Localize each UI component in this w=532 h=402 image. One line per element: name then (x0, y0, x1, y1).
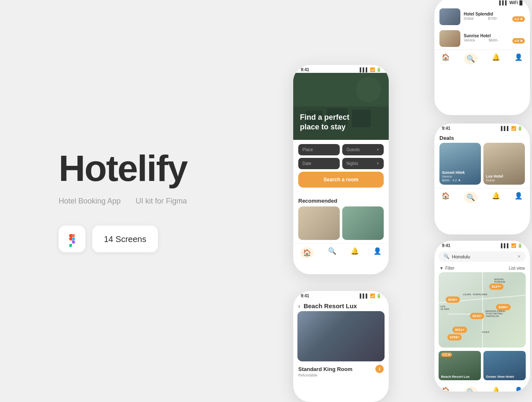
nav-home-main[interactable]: 🏠 (300, 247, 314, 258)
map-rating-1: 4.5 ★ (441, 353, 452, 357)
phone-detail: 9:41 ▌▌▌ 📶 🔋 ‹ Beach Resort Lux Standard… (293, 291, 389, 402)
detail-header: ‹ Beach Resort Lux (293, 299, 389, 311)
nav-search-main[interactable]: 🔍 (328, 247, 336, 258)
map-hotel-card-1[interactable]: 4.5 ★ Beach Resort Lux (439, 351, 481, 380)
listing-name-2: Sunrise Hotel (464, 34, 525, 38)
price-pin-6[interactable]: $705+ (447, 334, 462, 340)
left-section: Hotelify Hotel Booking App UI kit for Fi… (59, 150, 187, 253)
date-placeholder: Date (302, 161, 311, 166)
room-image (297, 311, 385, 361)
nav-home-deals[interactable]: 🏠 (442, 192, 450, 203)
time-detail: 9:41 (301, 294, 309, 298)
map-search-bar[interactable]: 🔍 Honolulu ✕ (439, 251, 526, 262)
listing-item-2[interactable]: Sunrise Hotel Venice $600- 4.0 ★ (434, 28, 530, 49)
room-detail-row: Standard King Room i (293, 361, 389, 373)
rating-badge-2: 4.0 ★ (512, 38, 525, 44)
status-icons-detail: ▌▌▌ 📶 🔋 (360, 294, 381, 298)
app-title: Hotelify (59, 150, 187, 187)
map-controls: ▼ Filter List view (434, 264, 530, 272)
map-road-3 (482, 272, 483, 348)
filter-label: Filter (445, 266, 455, 271)
back-button[interactable]: ‹ (298, 303, 300, 309)
search-row-2: Date Nights ▼ (298, 158, 384, 169)
place-placeholder: Place (302, 147, 313, 152)
app-subtitle: Hotel Booking App UI kit for Figma (59, 197, 187, 206)
map-label-nuuan: NUUANPUNCHB (494, 278, 505, 283)
figma-icon (65, 231, 79, 247)
nights-input[interactable]: Nights ▼ (342, 158, 384, 169)
place-input[interactable]: Place (298, 144, 340, 155)
status-bar-listings: ▌▌▌ WiFi █ (434, 0, 530, 6)
deals-section-title: Deals (434, 131, 530, 143)
nav-search-listings[interactable]: 🔍 (464, 53, 478, 64)
date-input[interactable]: Date (298, 158, 340, 169)
nav-home-map[interactable]: 🏠 (442, 387, 450, 392)
nav-bell-deals[interactable]: 🔔 (492, 192, 500, 203)
deal-card-2[interactable]: Lux Hotel Dubai (483, 143, 525, 185)
filter-button[interactable]: ▼ Filter (439, 266, 455, 271)
recommended-title: Recommended (293, 195, 389, 206)
map-hotel-cards: 4.5 ★ Beach Resort Lux Ocean View Hotel (434, 348, 530, 380)
figma-badge[interactable] (59, 226, 85, 253)
nav-user-listings[interactable]: 👤 (514, 53, 523, 64)
nav-home-listings[interactable]: 🏠 (442, 53, 450, 64)
rec-card-2[interactable] (342, 206, 384, 240)
nav-user-deals[interactable]: 👤 (514, 192, 523, 203)
price-pin-4[interactable]: $216+ (470, 313, 484, 319)
status-icons-map: ▌▌▌ 📶 🔋 (501, 243, 522, 248)
nav-user-main[interactable]: 👤 (373, 247, 382, 258)
refundable-label: Refundable (293, 373, 389, 377)
map-label-makiki: MAKIKI/LOWER/PUNCHBOWL/TANTALUS (486, 310, 505, 317)
filter-icon: ▼ (439, 266, 444, 271)
phone-listings: ▌▌▌ WiFi █ Hotel Splendid Dubai $700- 4.… (434, 0, 530, 115)
rating-badge-1: 4.2 ★ (512, 16, 525, 22)
map-hotel-name-2: Ocean View Hotel (486, 375, 514, 379)
listing-item-1[interactable]: Hotel Splendid Dubai $700- 4.2 ★ (434, 6, 530, 28)
price-pin-1[interactable]: $127+ (489, 283, 504, 290)
subtitle-booking: Hotel Booking App (59, 197, 121, 206)
search-form: Place Guests ▼ Date Nights ▼ Search a ro… (293, 140, 389, 195)
status-icons-listings: ▌▌▌ WiFi █ (499, 0, 522, 5)
time-main: 9:41 (301, 67, 309, 72)
screens-badge[interactable]: 14 Screens (92, 226, 158, 253)
map-label-liliha: LILIHA · KAPALAMA (463, 293, 487, 296)
nav-search-deals[interactable]: 🔍 (464, 192, 478, 203)
price-pin-5[interactable]: $511+ (452, 327, 467, 333)
deal-card-1[interactable]: Sunset Hitek Venice $800- 4.2 ★ (439, 143, 481, 185)
room-image-inner (297, 311, 385, 361)
map-area[interactable]: $127+ $346+ $386+ $216+ $511+ $705+ NUUA… (439, 272, 526, 348)
deal-label-2: Lux Hotel Dubai (486, 174, 503, 182)
map-hotel-name-1: Beach Resort Lux (441, 375, 470, 379)
listing-thumb-1 (439, 8, 460, 25)
map-search-icon: 🔍 (444, 254, 449, 259)
price-pin-3[interactable]: $386+ (496, 304, 510, 310)
search-button[interactable]: Search a room (298, 172, 384, 188)
hotel-name-detail: Beach Resort Lux (304, 302, 357, 309)
deals-row: Sunset Hitek Venice $800- 4.2 ★ Lux Hote… (434, 143, 530, 188)
status-bar-deals: 9:41 ▌▌▌ 📶 🔋 (434, 124, 530, 131)
rec-card-1[interactable] (298, 206, 340, 240)
search-row-1: Place Guests ▼ (298, 144, 384, 155)
map-hotel-card-2[interactable]: Ocean View Hotel (483, 351, 526, 380)
map-close-icon[interactable]: ✕ (517, 254, 521, 259)
nav-bell-main[interactable]: 🔔 (351, 247, 359, 258)
deal-label-1: Sunset Hitek Venice $800- 4.2 ★ (442, 170, 465, 182)
nav-search-map[interactable]: 🔍 (464, 387, 478, 392)
nights-placeholder: Nights (346, 161, 358, 166)
phone-hero: Find a perfect place to stay (293, 73, 389, 140)
price-pin-2[interactable]: $346+ (446, 296, 460, 303)
guests-input[interactable]: Guests ▼ (342, 144, 384, 155)
hero-headline: Find a perfect place to stay (300, 113, 354, 131)
list-view-button[interactable]: List view (509, 266, 525, 271)
rec-card-1-overlay (298, 206, 340, 240)
badge-row: 14 Screens (59, 226, 187, 253)
nav-bell-listings[interactable]: 🔔 (492, 53, 500, 64)
listing-thumb-2 (439, 30, 460, 47)
status-icons-deals: ▌▌▌ 📶 🔋 (501, 126, 522, 131)
nav-user-map[interactable]: 👤 (514, 387, 523, 392)
room-info-icon[interactable]: i (375, 365, 384, 373)
phone-map: 9:41 ▌▌▌ 📶 🔋 🔍 Honolulu ✕ ▼ Filter List … (434, 241, 530, 392)
nav-bell-map[interactable]: 🔔 (492, 387, 500, 392)
time-map: 9:41 (442, 243, 450, 248)
bottom-nav-deals: 🏠 🔍 🔔 👤 (434, 188, 530, 208)
